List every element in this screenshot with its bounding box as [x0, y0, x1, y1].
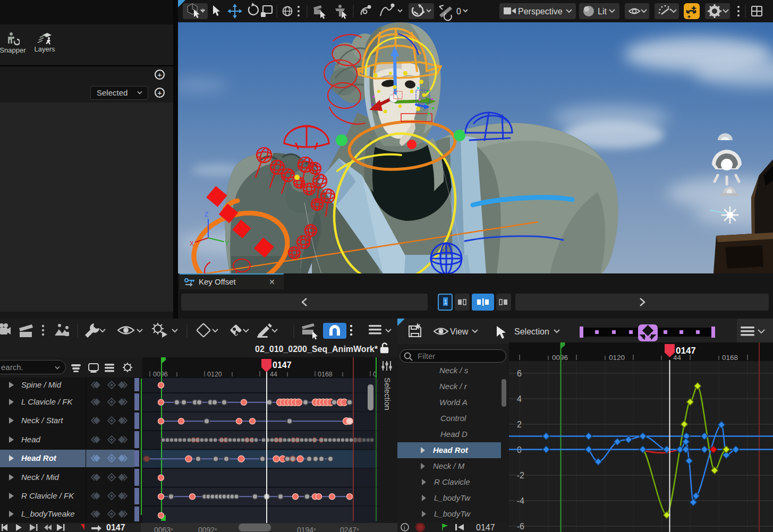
svg-text:Perspective: Perspective [518, 7, 563, 16]
svg-text:X: X [190, 240, 194, 247]
svg-text:Z: Z [205, 211, 208, 218]
svg-text:0147: 0147 [676, 346, 696, 356]
svg-text:View: View [450, 327, 469, 336]
svg-text:0096: 0096 [153, 371, 168, 378]
svg-text:0: 0 [456, 7, 461, 16]
svg-text:0120: 0120 [207, 371, 222, 378]
svg-text:02_010_0200_Seq_AnimWork*: 02_010_0200_Seq_AnimWork* [255, 345, 378, 354]
svg-text:2: 2 [517, 420, 522, 429]
svg-text:-2: -2 [517, 471, 524, 480]
svg-text:4: 4 [517, 394, 522, 404]
svg-text:0147: 0147 [273, 361, 292, 370]
svg-text:6: 6 [517, 369, 522, 378]
svg-text:Selection: Selection [514, 327, 549, 336]
svg-text:0120: 0120 [609, 354, 625, 362]
svg-text:Y: Y [225, 239, 229, 247]
svg-text:-4: -4 [517, 496, 524, 505]
svg-text:-6: -6 [517, 522, 524, 531]
svg-text:0168: 0168 [722, 354, 738, 362]
svg-text:i: i [404, 525, 405, 531]
svg-text:Lit: Lit [598, 7, 607, 16]
svg-text:0096: 0096 [552, 354, 568, 362]
svg-text:44: 44 [270, 371, 277, 378]
svg-text:0168: 0168 [318, 371, 333, 378]
svg-text:0147: 0147 [476, 523, 495, 532]
svg-text:0147: 0147 [106, 523, 125, 532]
